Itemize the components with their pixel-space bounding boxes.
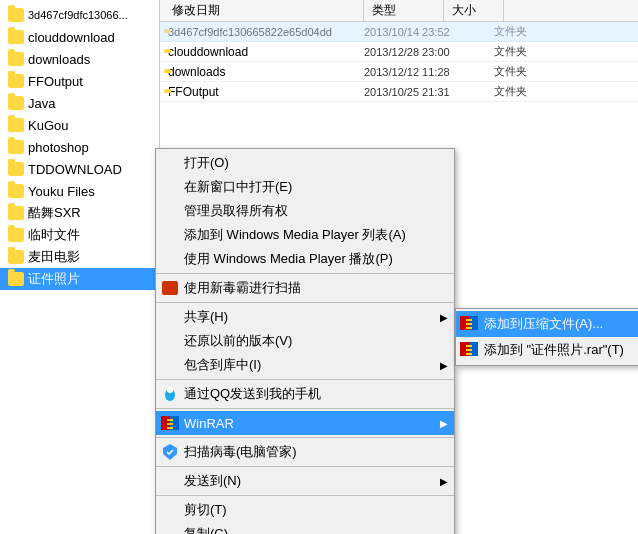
file-item[interactable]: downloads bbox=[0, 48, 159, 70]
ctx-share-label: 共享(H) bbox=[184, 308, 228, 326]
winrar-icon bbox=[160, 416, 180, 430]
winrar-add-archive-icon bbox=[460, 316, 480, 333]
file-name: KuGou bbox=[28, 118, 68, 133]
ctx-send-to[interactable]: 发送到(N) bbox=[156, 469, 454, 493]
row-name: FFOutput bbox=[168, 85, 219, 99]
file-item[interactable]: 临时文件 bbox=[0, 224, 159, 246]
ctx-library[interactable]: 包含到库中(I) bbox=[156, 353, 454, 377]
file-name: FFOutput bbox=[28, 74, 83, 89]
col-header-size[interactable]: 大小 bbox=[444, 0, 504, 21]
ctx-cut[interactable]: 剪切(T) bbox=[156, 498, 454, 522]
file-item[interactable]: Youku Files bbox=[0, 180, 159, 202]
detail-row[interactable]: 3d467cf9dfc130665822e65d04dd 2013/10/14 … bbox=[160, 22, 638, 42]
ctx-add-wmp[interactable]: 添加到 Windows Media Player 列表(A) bbox=[156, 223, 454, 247]
ctx-virus-scan-label: 使用新毒霸进行扫描 bbox=[184, 279, 301, 297]
ctx-winrar[interactable]: WinRAR bbox=[156, 411, 454, 435]
ctx-send-to-label: 发送到(N) bbox=[184, 472, 241, 490]
row-name: clouddownload bbox=[168, 45, 248, 59]
winrar-add-rar-icon bbox=[460, 342, 480, 359]
ctx-scan-mgr-label: 扫描病毒(电脑管家) bbox=[184, 443, 297, 461]
file-name: 证件照片 bbox=[28, 270, 80, 288]
ctx-admin[interactable]: 管理员取得所有权 bbox=[156, 199, 454, 223]
svg-rect-11 bbox=[466, 323, 472, 325]
ctx-separator-1 bbox=[156, 273, 454, 274]
folder-icon bbox=[8, 118, 24, 132]
col-type-label: 类型 bbox=[372, 2, 396, 19]
submenu-add-rar[interactable]: 添加到 "证件照片.rar"(T) bbox=[456, 337, 638, 363]
svg-point-2 bbox=[167, 387, 173, 393]
row-date: 2013/12/28 23:00 bbox=[364, 46, 494, 58]
file-item[interactable]: FFOutput bbox=[0, 70, 159, 92]
file-item[interactable]: 3d467cf9dfc13066... bbox=[0, 4, 159, 26]
ctx-qq-send-label: 通过QQ发送到我的手机 bbox=[184, 385, 321, 403]
folder-icon bbox=[8, 30, 24, 44]
folder-icon bbox=[8, 74, 24, 88]
col-size-label: 大小 bbox=[452, 2, 476, 19]
ctx-scan-mgr[interactable]: 扫描病毒(电脑管家) bbox=[156, 440, 454, 464]
svg-rect-16 bbox=[466, 349, 472, 351]
shield-scan-icon bbox=[160, 444, 180, 460]
ctx-open[interactable]: 打开(O) bbox=[156, 151, 454, 175]
ctx-copy-label: 复制(C) bbox=[184, 525, 228, 534]
ctx-winrar-label: WinRAR bbox=[184, 416, 234, 431]
detail-row[interactable]: downloads 2013/12/12 11:28 文件夹 bbox=[160, 62, 638, 82]
ctx-copy[interactable]: 复制(C) bbox=[156, 522, 454, 534]
col-header-type[interactable]: 类型 bbox=[364, 0, 444, 21]
ctx-open-new-window[interactable]: 在新窗口中打开(E) bbox=[156, 175, 454, 199]
row-name: 3d467cf9dfc130665822e65d04dd bbox=[168, 26, 332, 38]
file-name: 酷舞SXR bbox=[28, 204, 81, 222]
ctx-qq-send[interactable]: 通过QQ发送到我的手机 bbox=[156, 382, 454, 406]
ctx-separator-7 bbox=[156, 495, 454, 496]
row-date: 2013/10/25 21:31 bbox=[364, 86, 494, 98]
svg-rect-17 bbox=[466, 353, 472, 355]
ctx-play-wmp[interactable]: 使用 Windows Media Player 播放(P) bbox=[156, 247, 454, 271]
context-menu: 打开(O) 在新窗口中打开(E) 管理员取得所有权 添加到 Windows Me… bbox=[155, 148, 455, 534]
ctx-add-wmp-label: 添加到 Windows Media Player 列表(A) bbox=[184, 226, 406, 244]
submenu-add-rar-label: 添加到 "证件照片.rar"(T) bbox=[484, 341, 624, 359]
file-item[interactable]: clouddownload bbox=[0, 26, 159, 48]
folder-icon bbox=[8, 250, 24, 264]
folder-icon bbox=[8, 52, 24, 66]
ctx-library-label: 包含到库中(I) bbox=[184, 356, 261, 374]
file-item[interactable]: KuGou bbox=[0, 114, 159, 136]
qq-icon bbox=[160, 386, 180, 402]
virus-scan-icon bbox=[160, 281, 180, 295]
file-item-selected[interactable]: 证件照片 bbox=[0, 268, 159, 290]
row-type: 文件夹 bbox=[494, 64, 554, 79]
file-item-photoshop[interactable]: photoshop bbox=[0, 136, 159, 158]
detail-row[interactable]: FFOutput 2013/10/25 21:31 文件夹 bbox=[160, 82, 638, 102]
detail-row[interactable]: clouddownload 2013/12/28 23:00 文件夹 bbox=[160, 42, 638, 62]
col-header-name[interactable]: 修改日期 bbox=[164, 0, 364, 21]
svg-rect-7 bbox=[167, 427, 173, 429]
row-date: 2013/10/14 23:52 bbox=[364, 26, 494, 38]
folder-icon bbox=[8, 206, 24, 220]
file-item[interactable]: Java bbox=[0, 92, 159, 114]
ctx-virus-scan[interactable]: 使用新毒霸进行扫描 bbox=[156, 276, 454, 300]
svg-rect-10 bbox=[466, 319, 472, 321]
ctx-restore[interactable]: 还原以前的版本(V) bbox=[156, 329, 454, 353]
file-item[interactable]: 酷舞SXR bbox=[0, 202, 159, 224]
ctx-open-label: 打开(O) bbox=[184, 154, 229, 172]
file-item[interactable]: TDDOWNLOAD bbox=[0, 158, 159, 180]
file-name: Java bbox=[28, 96, 55, 111]
submenu-add-archive-label: 添加到压缩文件(A)... bbox=[484, 315, 603, 333]
svg-rect-5 bbox=[167, 419, 173, 421]
ctx-cut-label: 剪切(T) bbox=[184, 501, 227, 519]
folder-icon bbox=[8, 272, 24, 286]
file-item[interactable]: 麦田电影 bbox=[0, 246, 159, 268]
file-name: downloads bbox=[28, 52, 90, 67]
row-type: 文件夹 bbox=[494, 24, 554, 39]
col-name-label: 修改日期 bbox=[172, 2, 220, 19]
file-name: Youku Files bbox=[28, 184, 95, 199]
ctx-share[interactable]: 共享(H) bbox=[156, 305, 454, 329]
row-type: 文件夹 bbox=[494, 44, 554, 59]
submenu-add-archive[interactable]: 添加到压缩文件(A)... bbox=[456, 311, 638, 337]
file-name: photoshop bbox=[28, 140, 89, 155]
file-name: TDDOWNLOAD bbox=[28, 162, 122, 177]
svg-rect-6 bbox=[167, 423, 173, 425]
file-name: 麦田电影 bbox=[28, 248, 80, 266]
ctx-restore-label: 还原以前的版本(V) bbox=[184, 332, 292, 350]
ctx-separator-3 bbox=[156, 379, 454, 380]
svg-rect-15 bbox=[466, 345, 472, 347]
folder-icon bbox=[8, 8, 24, 22]
